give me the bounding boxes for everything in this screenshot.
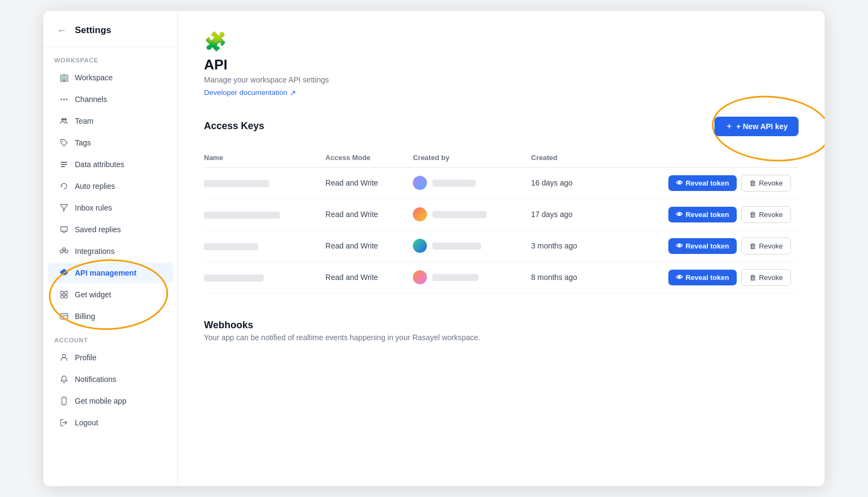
svg-rect-9	[60, 250, 63, 253]
svg-rect-7	[61, 164, 67, 165]
sidebar-item-label: Data attributes	[75, 160, 124, 169]
revoke-button[interactable]: 🗑 Revoke	[741, 206, 791, 223]
sidebar-item-team[interactable]: Team	[48, 111, 173, 131]
reveal-token-button[interactable]: 👁 Reveal token	[668, 175, 737, 191]
svg-rect-13	[65, 291, 67, 294]
action-cell: 👁 Reveal token 🗑 Revoke	[609, 206, 791, 223]
table-row: Read and Write 3 months ago 👁 Reveal tok…	[204, 230, 799, 262]
sidebar-item-auto-replies[interactable]: Auto replies	[48, 176, 173, 196]
reveal-token-button[interactable]: 👁 Reveal token	[668, 238, 737, 254]
sidebar-item-get-widget[interactable]: Get widget	[48, 284, 173, 305]
sidebar-item-label: Saved replies	[75, 225, 121, 234]
svg-rect-14	[61, 295, 63, 298]
integrations-icon	[59, 246, 69, 257]
api-keys-table: Name Access Mode Created by Created Read…	[204, 148, 799, 294]
auto-replies-icon	[59, 181, 69, 192]
svg-rect-15	[65, 295, 67, 298]
sidebar-header: ← Settings	[43, 11, 177, 47]
api-key-name	[204, 199, 326, 230]
sidebar-item-get-mobile-app[interactable]: Get mobile app	[48, 391, 173, 411]
trash-icon: 🗑	[749, 273, 756, 282]
svg-point-1	[63, 99, 65, 100]
svg-point-3	[61, 118, 64, 121]
col-actions	[609, 148, 799, 168]
sidebar-item-data-attributes[interactable]: Data attributes	[48, 154, 173, 175]
eye-icon: 👁	[676, 242, 683, 250]
eye-icon: 👁	[676, 179, 683, 187]
access-mode-cell: Read and Write	[326, 230, 413, 262]
sidebar-item-billing[interactable]: Billing	[48, 306, 173, 327]
sidebar-title: Settings	[75, 25, 111, 36]
created-by-cell	[413, 262, 531, 293]
sidebar-item-workspace[interactable]: 🏢 Workspace	[48, 67, 173, 88]
webhooks-subtitle: Your app can be notified of realtime eve…	[204, 333, 799, 342]
action-cell: 👁 Reveal token 🗑 Revoke	[609, 175, 791, 192]
inbox-rules-icon	[59, 202, 69, 213]
sidebar-item-label: Profile	[75, 353, 97, 362]
avatar	[413, 239, 427, 253]
svg-rect-11	[63, 248, 66, 250]
back-button[interactable]: ←	[54, 23, 69, 38]
svg-rect-8	[61, 166, 65, 167]
api-key-name	[204, 230, 326, 262]
created-time-cell: 3 months ago	[531, 230, 609, 262]
page-title: API	[204, 56, 799, 73]
page-subtitle: Manage your workspace API settings	[204, 75, 799, 84]
access-keys-section-header: Access Keys ＋ + New API key	[204, 117, 799, 136]
revoke-button[interactable]: 🗑 Revoke	[741, 175, 791, 192]
sidebar-item-label: Integrations	[75, 247, 114, 256]
sidebar-item-label: Tags	[75, 138, 91, 147]
action-cell: 👁 Reveal token 🗑 Revoke	[609, 238, 791, 254]
page-icon: 🧩	[204, 30, 799, 52]
access-mode-cell: Read and Write	[326, 199, 413, 230]
svg-rect-6	[61, 162, 67, 163]
sidebar-item-label: Team	[75, 117, 93, 125]
sidebar-item-label: API management	[75, 269, 137, 277]
dev-doc-link[interactable]: Developer documentation ↗	[204, 88, 296, 97]
sidebar-item-label: Get widget	[75, 290, 111, 299]
sidebar-item-logout[interactable]: Logout	[48, 412, 173, 433]
sidebar-item-profile[interactable]: Profile	[48, 347, 173, 368]
sidebar-item-label: Channels	[75, 95, 107, 104]
svg-rect-16	[60, 314, 68, 319]
avatar	[413, 270, 427, 284]
svg-point-5	[62, 141, 63, 142]
col-created-by: Created by	[413, 148, 531, 168]
created-by-cell	[413, 199, 531, 230]
sidebar-item-saved-replies[interactable]: Saved replies	[48, 219, 173, 240]
sidebar-item-inbox-rules[interactable]: Inbox rules	[48, 197, 173, 218]
reveal-token-button[interactable]: 👁 Reveal token	[668, 207, 737, 222]
billing-icon	[59, 311, 69, 322]
avatar	[413, 207, 427, 221]
sidebar: ← Settings Workspace 🏢 Workspace Channel…	[43, 11, 178, 486]
profile-icon	[59, 352, 69, 363]
sidebar-item-tags[interactable]: Tags	[48, 132, 173, 153]
access-mode-cell: Read and Write	[326, 167, 413, 199]
sidebar-item-api-management[interactable]: API management	[48, 263, 173, 283]
notifications-icon	[59, 374, 69, 385]
eye-icon: 👁	[676, 211, 683, 219]
trash-icon: 🗑	[749, 211, 756, 219]
access-mode-cell: Read and Write	[326, 262, 413, 293]
sidebar-item-integrations[interactable]: Integrations	[48, 241, 173, 262]
revoke-button[interactable]: 🗑 Revoke	[741, 238, 791, 254]
table-row: Read and Write 8 months ago 👁 Reveal tok…	[204, 262, 799, 293]
new-api-key-button[interactable]: ＋ + New API key	[714, 117, 799, 136]
svg-rect-10	[65, 250, 68, 253]
svg-rect-12	[61, 291, 63, 294]
revoke-button[interactable]: 🗑 Revoke	[741, 269, 791, 286]
col-created: Created	[531, 148, 609, 168]
sidebar-item-notifications[interactable]: Notifications	[48, 369, 173, 390]
reveal-token-button[interactable]: 👁 Reveal token	[668, 270, 737, 285]
api-key-name	[204, 167, 326, 199]
data-attributes-icon	[59, 159, 69, 170]
svg-point-2	[66, 99, 68, 100]
svg-point-4	[64, 118, 67, 121]
sidebar-item-channels[interactable]: Channels	[48, 89, 173, 110]
col-name: Name	[204, 148, 326, 168]
table-row: Read and Write 16 days ago 👁 Reveal toke…	[204, 167, 799, 199]
created-time-cell: 17 days ago	[531, 199, 609, 230]
team-icon	[59, 116, 69, 126]
created-time-cell: 8 months ago	[531, 262, 609, 293]
access-keys-title: Access Keys	[204, 120, 264, 132]
